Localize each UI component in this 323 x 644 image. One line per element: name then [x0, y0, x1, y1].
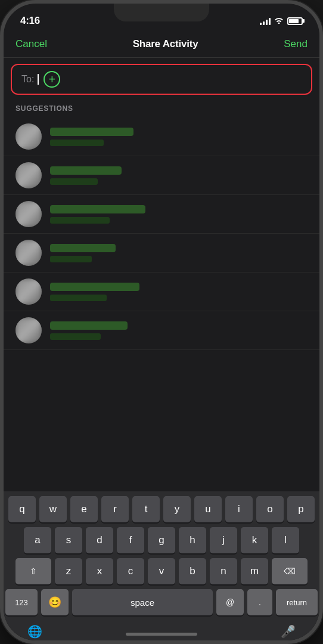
key-v[interactable]: v — [148, 558, 175, 584]
contact-name — [50, 244, 116, 252]
keyboard-row-1: q w e r t y u i o p — [5, 496, 318, 522]
page-title: Share Activity — [133, 38, 198, 50]
keyboard: q w e r t y u i o p a s d f g h j k — [4, 491, 319, 623]
contact-name — [50, 166, 122, 175]
send-button[interactable]: Send — [284, 38, 308, 50]
key-u[interactable]: u — [194, 496, 222, 522]
key-a[interactable]: a — [24, 527, 51, 553]
key-d[interactable]: d — [86, 527, 113, 553]
signal-bar-4 — [269, 18, 271, 25]
key-p[interactable]: p — [287, 496, 315, 522]
key-n[interactable]: n — [210, 558, 237, 584]
phone-screen: 4:16 Cancel Sh — [4, 4, 319, 640]
to-cursor — [38, 74, 39, 85]
key-y[interactable]: y — [163, 496, 191, 522]
contact-info — [50, 205, 145, 224]
to-field-container[interactable]: To: + — [11, 64, 312, 95]
contact-name — [50, 205, 145, 213]
keyboard-row-2: a s d f g h j k l — [5, 527, 318, 553]
avatar — [15, 240, 42, 266]
contact-sub — [50, 178, 98, 185]
nav-bar: Cancel Share Activity Send — [4, 33, 319, 58]
signal-bar-1 — [260, 23, 262, 25]
cancel-button[interactable]: Cancel — [15, 38, 47, 50]
status-time: 4:16 — [20, 15, 40, 27]
emoji-key[interactable]: 😊 — [41, 589, 69, 615]
key-q[interactable]: q — [8, 496, 36, 522]
list-item[interactable] — [4, 234, 319, 273]
key-e[interactable]: e — [70, 496, 98, 522]
signal-bar-3 — [266, 20, 268, 25]
globe-icon[interactable]: 🌐 — [27, 624, 42, 639]
contact-name — [50, 321, 128, 330]
space-key[interactable]: space — [72, 589, 213, 615]
contact-name — [50, 283, 139, 291]
at-key[interactable]: @ — [216, 589, 244, 615]
home-indicator[interactable] — [126, 633, 197, 636]
list-item[interactable] — [4, 273, 319, 311]
key-l[interactable]: l — [272, 527, 299, 553]
contact-info — [50, 128, 133, 146]
avatar — [15, 317, 42, 343]
period-key[interactable]: . — [247, 589, 272, 615]
return-key[interactable]: return — [276, 589, 318, 615]
key-g[interactable]: g — [148, 527, 175, 553]
microphone-icon[interactable]: 🎤 — [281, 624, 296, 639]
keyboard-row-3: ⇧ z x c v b n m ⌫ — [5, 558, 318, 584]
contact-sub — [50, 295, 107, 301]
notch — [114, 4, 209, 21]
list-item[interactable] — [4, 117, 319, 156]
to-label: To: — [21, 74, 34, 85]
key-m[interactable]: m — [241, 558, 268, 584]
contact-sub — [50, 217, 110, 224]
key-k[interactable]: k — [241, 527, 268, 553]
key-o[interactable]: o — [256, 496, 284, 522]
contact-sub — [50, 256, 92, 262]
battery-fill — [289, 19, 299, 23]
key-h[interactable]: h — [179, 527, 206, 553]
key-r[interactable]: r — [101, 496, 129, 522]
shift-key[interactable]: ⇧ — [15, 558, 51, 584]
contact-info — [50, 283, 139, 301]
signal-bar-2 — [263, 21, 265, 25]
key-c[interactable]: c — [117, 558, 144, 584]
avatar — [15, 201, 42, 227]
key-j[interactable]: j — [210, 527, 237, 553]
key-t[interactable]: t — [132, 496, 160, 522]
contact-info — [50, 166, 122, 185]
avatar — [15, 123, 42, 150]
suggestions-list — [4, 117, 319, 350]
contact-sub — [50, 140, 104, 146]
wifi-icon — [274, 16, 284, 26]
list-item[interactable] — [4, 156, 319, 195]
key-f[interactable]: f — [117, 527, 144, 553]
key-x[interactable]: x — [86, 558, 113, 584]
avatar — [15, 278, 42, 305]
keyboard-row-4: 123 😊 space @ . return — [5, 589, 318, 615]
contact-info — [50, 321, 128, 340]
numbers-key[interactable]: 123 — [5, 589, 38, 615]
list-item[interactable] — [4, 311, 319, 350]
key-s[interactable]: s — [55, 527, 82, 553]
contact-info — [50, 244, 116, 262]
contact-sub — [50, 333, 101, 340]
contact-name — [50, 128, 133, 136]
signal-bars-icon — [260, 17, 271, 25]
list-item[interactable] — [4, 195, 319, 234]
suggestions-header: SUGGESTIONS — [4, 101, 319, 117]
key-i[interactable]: i — [225, 496, 253, 522]
backspace-key[interactable]: ⌫ — [272, 558, 308, 584]
battery-icon — [287, 17, 303, 25]
status-icons — [260, 16, 303, 26]
add-recipient-button[interactable]: + — [44, 71, 60, 88]
keyboard-bottom-bar: 🌐 🎤 — [4, 623, 319, 640]
key-b[interactable]: b — [179, 558, 206, 584]
avatar — [15, 162, 42, 188]
phone-frame: 4:16 Cancel Sh — [0, 0, 323, 644]
key-w[interactable]: w — [39, 496, 67, 522]
key-z[interactable]: z — [55, 558, 82, 584]
